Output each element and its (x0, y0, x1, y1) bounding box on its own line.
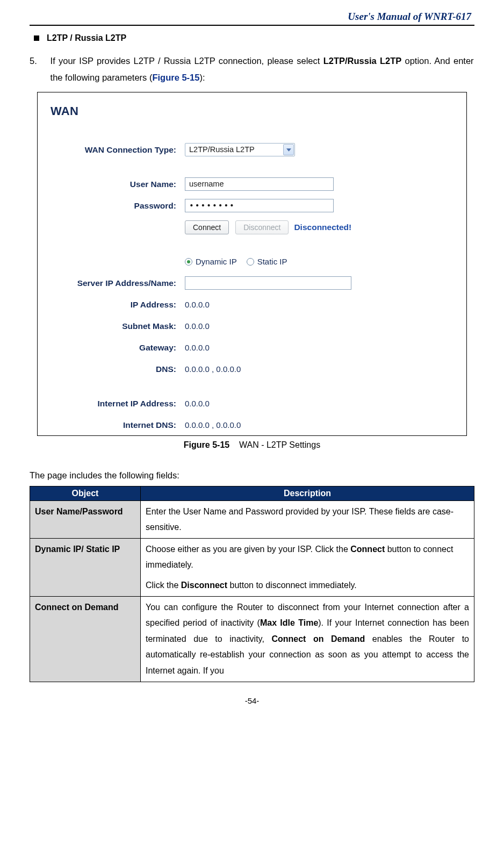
password-label: Password: (49, 201, 185, 211)
th-description: Description (141, 486, 474, 500)
table-row: Dynamic IP/ Static IP Choose either as y… (30, 538, 474, 596)
doc-header: User's Manual of WNRT-617 (30, 11, 474, 23)
th-object: Object (30, 486, 141, 500)
bullet-heading: L2TP / Russia L2TP (34, 33, 474, 43)
disconnect-button[interactable]: Disconnect (235, 220, 289, 234)
desc-bold: Disconnect (181, 581, 227, 590)
step-pre: If your ISP provides L2TP / Russia L2TP … (51, 56, 323, 66)
radio-dynamic-label: Dynamic IP (196, 257, 237, 266)
step-paragraph: 5. If your ISP provides L2TP / Russia L2… (30, 53, 474, 87)
internet-dns-value: 0.0.0.0 , 0.0.0.0 (185, 420, 241, 430)
gateway-label: Gateway: (49, 343, 185, 353)
subnet-mask-label: Subnet Mask: (49, 321, 185, 331)
bullet-label: L2TP / Russia L2TP (47, 33, 126, 42)
cell-object: User Name/Password (30, 500, 141, 538)
server-input[interactable] (185, 276, 351, 290)
dns-label: DNS: (49, 364, 185, 374)
ip-address-value: 0.0.0.0 (185, 300, 210, 309)
page-number: -54- (30, 696, 474, 705)
desc-text: Choose either as you are given by your I… (146, 545, 350, 554)
chevron-down-icon (283, 144, 294, 155)
figure-screenshot: WAN WAN Connection Type: L2TP/Russia L2T… (37, 92, 467, 436)
password-input[interactable]: •••••••• (185, 199, 334, 212)
cell-description: Enter the User Name and Password provide… (141, 500, 474, 538)
username-input[interactable]: username (185, 177, 334, 191)
desc-text: button to disconnect immediately. (227, 581, 357, 590)
cell-description: Choose either as you are given by your I… (141, 538, 474, 596)
internet-ip-label: Internet IP Address: (49, 399, 185, 409)
table-row: User Name/Password Enter the User Name a… (30, 500, 474, 538)
fields-table: Object Description User Name/Password En… (30, 486, 474, 682)
radio-dynamic-ip[interactable]: Dynamic IP (185, 257, 237, 266)
connection-status: Disconnected! (294, 223, 351, 232)
username-label: User Name: (49, 180, 185, 189)
desc-bold: Max Idle Time (260, 618, 318, 627)
server-label: Server IP Address/Name: (49, 278, 185, 288)
wan-title: WAN (51, 104, 460, 118)
step-text: If your ISP provides L2TP / Russia L2TP … (51, 53, 474, 87)
square-bullet-icon (34, 35, 39, 41)
step-bold: L2TP/Russia L2TP (323, 56, 402, 66)
connect-button[interactable]: Connect (185, 220, 229, 234)
step-number: 5. (30, 53, 48, 69)
radio-static-label: Static IP (257, 257, 287, 266)
radio-icon (185, 258, 192, 266)
username-value: username (189, 180, 224, 188)
radio-static-ip[interactable]: Static IP (247, 257, 287, 266)
password-value: •••••••• (189, 201, 235, 210)
step-post2: ): (199, 73, 205, 82)
figure-caption-bold: Figure 5-15 (184, 440, 229, 449)
figure-reference: Figure 5-15 (152, 73, 199, 82)
header-rule (30, 25, 474, 26)
desc-bold: Connect on Demand (271, 634, 365, 643)
conn-type-value: L2TP/Russia L2TP (189, 145, 255, 154)
gateway-value: 0.0.0.0 (185, 343, 210, 352)
table-row: Connect on Demand You can configure the … (30, 596, 474, 682)
table-intro: The page includes the following fields: (30, 470, 474, 481)
conn-type-select[interactable]: L2TP/Russia L2TP (185, 143, 295, 156)
conn-type-label: WAN Connection Type: (49, 145, 185, 155)
dns-value: 0.0.0.0 , 0.0.0.0 (185, 364, 241, 374)
internet-ip-value: 0.0.0.0 (185, 399, 210, 408)
cell-object: Connect on Demand (30, 596, 141, 682)
internet-dns-label: Internet DNS: (49, 420, 185, 430)
subnet-mask-value: 0.0.0.0 (185, 321, 210, 331)
figure-caption: Figure 5-15 WAN - L2TP Settings (30, 440, 474, 450)
desc-text: Click the (146, 581, 181, 590)
radio-icon (247, 258, 254, 266)
ip-address-label: IP Address: (49, 300, 185, 310)
desc-bold: Connect (350, 545, 385, 554)
cell-description: You can configure the Router to disconne… (141, 596, 474, 682)
cell-object: Dynamic IP/ Static IP (30, 538, 141, 596)
figure-caption-rest: WAN - L2TP Settings (229, 440, 320, 449)
